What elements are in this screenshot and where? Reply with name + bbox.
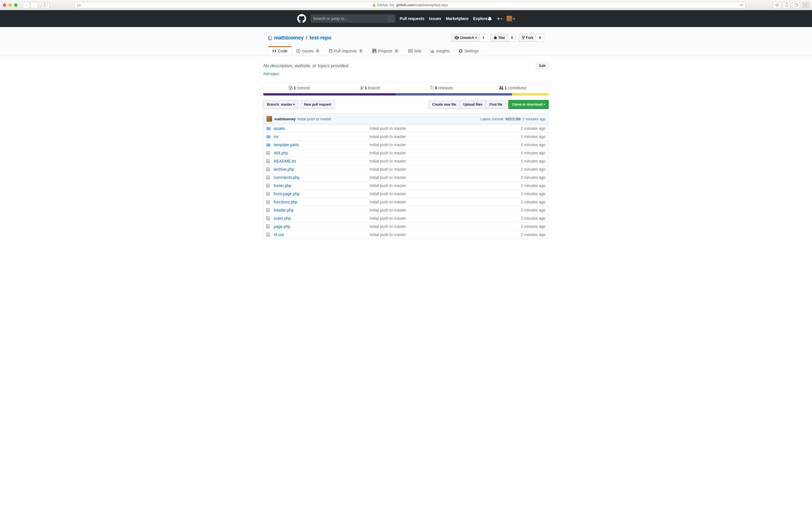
back-button[interactable]: ‹ bbox=[22, 2, 30, 8]
commits-link[interactable]: 1 commit bbox=[264, 86, 335, 90]
file-commit-message[interactable]: Initial push to master bbox=[370, 216, 521, 221]
latest-commit-label: Latest commit bbox=[480, 117, 503, 121]
file-name-link[interactable]: template-parts bbox=[274, 143, 370, 147]
file-name-link[interactable]: functions.php bbox=[274, 200, 370, 204]
branches-link[interactable]: 1 branch bbox=[335, 86, 406, 90]
github-logo[interactable] bbox=[297, 14, 306, 23]
file-name-link[interactable]: 404.php bbox=[274, 151, 370, 155]
file-commit-message[interactable]: Initial push to master bbox=[370, 134, 521, 139]
forward-button[interactable]: › bbox=[31, 2, 38, 8]
tab-pull-requests[interactable]: Pull requests 0 bbox=[324, 46, 368, 56]
file-icon bbox=[266, 191, 271, 196]
file-commit-message[interactable]: Initial push to master bbox=[370, 151, 521, 155]
repo-owner-link[interactable]: mattdowney bbox=[274, 35, 304, 41]
nav-marketplace[interactable]: Marketplace bbox=[446, 16, 469, 21]
minimize-window-button[interactable] bbox=[8, 3, 12, 7]
maximize-window-button[interactable] bbox=[14, 3, 17, 7]
repo-name-link[interactable]: test-repo bbox=[310, 35, 331, 41]
file-list: assetsInitial push to master2 minutes ag… bbox=[263, 124, 549, 239]
file-commit-message[interactable]: Initial push to master bbox=[370, 175, 521, 180]
file-name-link[interactable]: inc bbox=[274, 134, 370, 139]
file-name-link[interactable]: comments.php bbox=[274, 175, 370, 180]
tab-issues[interactable]: Issues 0 bbox=[292, 46, 324, 56]
tab-insights[interactable]: Insights bbox=[426, 46, 454, 56]
sidebar-toggle-button[interactable] bbox=[42, 2, 50, 8]
tab-wiki[interactable]: Wiki bbox=[403, 46, 426, 56]
nav-issues[interactable]: Issues bbox=[429, 16, 442, 21]
watch-count[interactable]: 1 bbox=[480, 34, 488, 42]
repo-title-row: mattdowney / test-repo Unwatch ▾ 1 Sta bbox=[268, 34, 544, 42]
new-pull-request-button[interactable]: New pull request bbox=[301, 100, 335, 109]
upload-files-button[interactable]: Upload files bbox=[460, 100, 486, 109]
file-row: template-partsInitial push to master2 mi… bbox=[264, 140, 548, 149]
close-window-button[interactable] bbox=[3, 3, 6, 7]
fork-button[interactable]: Fork bbox=[519, 34, 536, 42]
star-count[interactable]: 0 bbox=[508, 34, 516, 42]
commit-sha-link[interactable]: 9652c88 bbox=[504, 117, 522, 121]
nav-pull-requests[interactable]: Pull requests bbox=[400, 16, 424, 21]
star-button[interactable]: Star bbox=[490, 34, 508, 42]
url-secure-label: GitHub, Inc. bbox=[377, 3, 395, 7]
search-input[interactable]: Search or jump to… / bbox=[311, 15, 395, 22]
fork-count[interactable]: 0 bbox=[536, 34, 544, 42]
header-right: ▾ ▾ bbox=[488, 16, 515, 21]
file-commit-message[interactable]: Initial push to master bbox=[370, 191, 521, 196]
releases-link[interactable]: 0 releases bbox=[406, 86, 477, 90]
file-name-link[interactable]: page.php bbox=[274, 224, 370, 229]
language-segment bbox=[512, 93, 549, 96]
nav-explore[interactable]: Explore bbox=[473, 16, 488, 21]
tab-settings[interactable]: Settings bbox=[454, 46, 483, 56]
find-file-button[interactable]: Find file bbox=[486, 100, 506, 109]
file-name-link[interactable]: front-page.php bbox=[274, 191, 370, 196]
reader-mode-icon[interactable] bbox=[77, 3, 81, 7]
file-commit-message[interactable]: Initial push to master bbox=[370, 232, 521, 237]
commit-author-link[interactable]: mattdowney bbox=[274, 117, 296, 121]
notifications-button[interactable] bbox=[488, 16, 492, 21]
downloads-button[interactable] bbox=[773, 2, 781, 8]
file-commit-message[interactable]: Initial push to master bbox=[370, 159, 521, 163]
svg-rect-0 bbox=[44, 3, 48, 7]
unwatch-button[interactable]: Unwatch ▾ bbox=[451, 34, 480, 42]
file-commit-message[interactable]: Initial push to master bbox=[370, 200, 521, 204]
commit-message-link[interactable]: Initial push to master bbox=[297, 117, 331, 121]
file-name-link[interactable]: footer.php bbox=[274, 183, 370, 188]
create-new-file-button[interactable]: Create new file bbox=[428, 100, 460, 109]
file-commit-message[interactable]: Initial push to master bbox=[370, 208, 521, 212]
file-row: README.txtInitial push to master2 minute… bbox=[264, 157, 548, 165]
contributors-label: contributor bbox=[508, 86, 527, 90]
file-name-link[interactable]: assets bbox=[274, 126, 370, 131]
file-commit-message[interactable]: Initial push to master bbox=[370, 126, 521, 131]
url-bar[interactable]: 🔒 GitHub, Inc. github.com/mattdowney/tes… bbox=[74, 2, 746, 8]
file-time: 2 minutes ago bbox=[521, 126, 546, 131]
create-new-dropdown[interactable]: ▾ bbox=[497, 17, 502, 20]
edit-description-button[interactable]: Edit bbox=[536, 63, 549, 69]
file-commit-message[interactable]: Initial push to master bbox=[370, 143, 521, 147]
file-name-link[interactable]: rtl.css bbox=[274, 232, 370, 237]
contributors-link[interactable]: 1 contributor bbox=[477, 86, 549, 90]
file-commit-message[interactable]: Initial push to master bbox=[370, 224, 521, 229]
tab-projects[interactable]: Projects 0 bbox=[368, 46, 403, 56]
file-name-link[interactable]: archive.php bbox=[274, 167, 370, 172]
share-button[interactable] bbox=[783, 2, 791, 8]
tab-projects-label: Projects bbox=[378, 49, 393, 53]
language-bar[interactable] bbox=[263, 93, 549, 96]
url-display: 🔒 GitHub, Inc. github.com/mattdowney/tes… bbox=[372, 3, 448, 7]
file-name-link[interactable]: README.txt bbox=[274, 159, 370, 163]
file-commit-message[interactable]: Initial push to master bbox=[370, 183, 521, 188]
clone-download-button[interactable]: Clone or download ▾ bbox=[508, 100, 549, 109]
add-topics-link[interactable]: Add topics bbox=[263, 72, 279, 76]
commit-author-avatar[interactable] bbox=[266, 116, 272, 122]
people-icon bbox=[499, 86, 504, 90]
tab-code[interactable]: Code bbox=[268, 46, 292, 56]
reload-button[interactable]: ⟳ bbox=[740, 3, 743, 7]
file-name-link[interactable]: index.php bbox=[274, 216, 370, 221]
tabs-button[interactable] bbox=[792, 2, 800, 8]
file-name-link[interactable]: header.php bbox=[274, 208, 370, 212]
new-tab-button[interactable]: + bbox=[802, 2, 809, 8]
file-navigation: Branch: master ▾ New pull request Create… bbox=[263, 100, 549, 109]
user-menu-dropdown[interactable]: ▾ bbox=[507, 16, 515, 21]
branch-select-button[interactable]: Branch: master ▾ bbox=[263, 100, 298, 109]
commits-label: commit bbox=[297, 86, 310, 90]
file-commit-message[interactable]: Initial push to master bbox=[370, 167, 521, 172]
file-icon bbox=[266, 200, 271, 204]
